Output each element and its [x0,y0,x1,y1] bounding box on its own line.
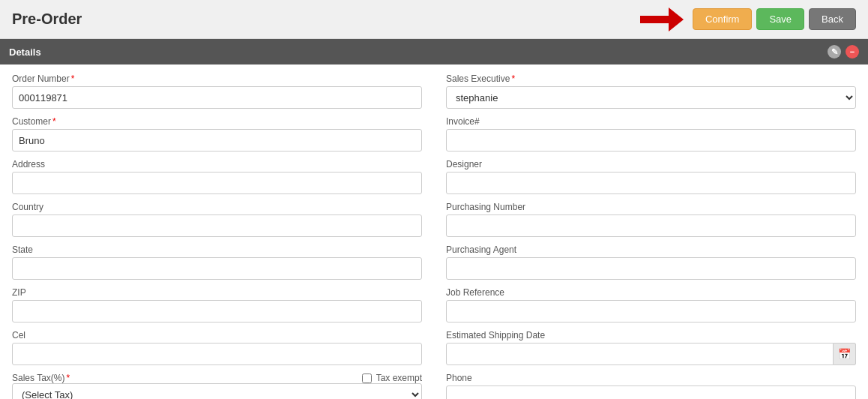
sales-tax-group: Sales Tax(%)* Tax exempt (Select Tax) [12,373,422,399]
header-actions: Confirm Save Back [640,8,856,32]
designer-label: Designer [446,159,856,170]
cel-group: Cel [12,330,422,365]
invoice-input[interactable] [446,129,856,152]
customer-group: Customer* [12,116,422,152]
estimated-shipping-date-label: Estimated Shipping Date [446,330,856,340]
sales-executive-select[interactable]: stephanie [446,86,856,109]
job-reference-input[interactable] [446,300,856,322]
sales-executive-group: Sales Executive* stephanie [446,74,856,109]
svg-rect-0 [640,16,669,23]
form-left-column: Order Number* Customer* Address Country [12,74,422,399]
purchasing-number-label: Purchasing Number [446,202,856,212]
designer-group: Designer [446,159,856,194]
tax-exempt-checkbox[interactable] [362,374,372,383]
page-title: Pre-Order [12,10,82,28]
calendar-button[interactable]: 📅 [834,343,856,365]
form-right-column: Sales Executive* stephanie Invoice# Desi… [446,74,856,399]
phone-input[interactable] [446,386,856,399]
country-group: Country [12,202,422,237]
section-header-icons: ✎ − [828,45,859,58]
purchasing-number-input[interactable] [446,214,856,237]
order-number-required: * [71,74,75,84]
zip-input[interactable] [12,300,422,322]
address-input[interactable] [12,172,422,194]
svg-marker-1 [669,8,684,32]
invoice-label: Invoice# [446,116,856,127]
section-title: Details [9,46,41,58]
cel-label: Cel [12,330,422,340]
job-reference-group: Job Reference [446,287,856,322]
invoice-group: Invoice# [446,116,856,152]
purchasing-agent-input[interactable] [446,257,856,280]
sales-tax-label-area: Sales Tax(%)* Tax exempt [12,373,422,383]
sales-executive-required: * [511,74,515,84]
back-button[interactable]: Back [809,8,856,30]
order-number-group: Order Number* [12,74,422,109]
sales-tax-select[interactable]: (Select Tax) [12,383,422,399]
state-group: State [12,244,422,280]
state-label: State [12,244,422,255]
customer-input[interactable] [12,129,422,152]
zip-group: ZIP [12,287,422,322]
state-input[interactable] [12,257,422,280]
sales-tax-label: Sales Tax(%)* [12,373,353,383]
order-number-label: Order Number* [12,74,422,84]
cel-input[interactable] [12,343,422,365]
calendar-icon: 📅 [838,348,851,360]
phone-group: Phone [446,373,856,399]
close-icon[interactable]: − [846,45,859,58]
form-row-1: Order Number* Customer* Address Country [12,74,856,399]
designer-input[interactable] [446,172,856,194]
save-button[interactable]: Save [756,8,804,30]
tax-exempt-label: Tax exempt [376,373,422,383]
estimated-shipping-date-input[interactable] [446,343,834,365]
address-label: Address [12,159,422,170]
tax-exempt-group: Tax exempt [362,373,422,383]
confirm-arrow-indicator [640,8,685,32]
date-input-wrapper: 📅 [446,343,856,365]
job-reference-label: Job Reference [446,287,856,298]
order-number-input[interactable] [12,86,422,109]
edit-icon[interactable]: ✎ [828,45,841,58]
page-header: Pre-Order Confirm Save Back [0,0,868,39]
purchasing-number-group: Purchasing Number [446,202,856,237]
details-section-header: Details ✎ − [0,39,868,64]
confirm-button[interactable]: Confirm [693,8,753,30]
country-label: Country [12,202,422,212]
address-group: Address [12,159,422,194]
country-input[interactable] [12,214,422,237]
details-form: Order Number* Customer* Address Country [0,64,868,399]
sales-tax-required: * [66,373,70,383]
purchasing-agent-group: Purchasing Agent [446,244,856,280]
sales-executive-label: Sales Executive* [446,74,856,84]
purchasing-agent-label: Purchasing Agent [446,244,856,255]
customer-required: * [52,116,56,127]
estimated-shipping-date-group: Estimated Shipping Date 📅 [446,330,856,365]
customer-label: Customer* [12,116,422,127]
zip-label: ZIP [12,287,422,298]
phone-label: Phone [446,373,856,383]
